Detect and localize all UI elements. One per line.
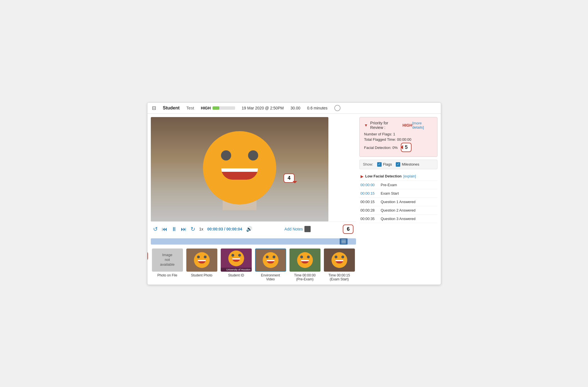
event-desc-q2: Question 2 Answered bbox=[381, 208, 416, 212]
show-filters: Show: ✓ Flags ✓ Milestones bbox=[359, 160, 437, 169]
emoji-mouth bbox=[221, 168, 258, 180]
progress-bar[interactable] bbox=[151, 238, 356, 245]
volume-icon[interactable]: 🔊 bbox=[246, 226, 252, 232]
priority-header-left: ▼ Priority for Review : HIGH bbox=[364, 121, 412, 130]
events-list: ▶ Low Facial Detection [explain] 00:00:0… bbox=[359, 172, 437, 223]
event-low-facial-detection: ▶ Low Facial Detection [explain] bbox=[359, 172, 437, 181]
thumbnail-environment-video[interactable]: EnvironmentVideo bbox=[255, 249, 286, 281]
more-details-link[interactable]: [more details] bbox=[412, 121, 433, 129]
flags-count: Number of Flags: 1 bbox=[364, 132, 433, 136]
event-time-pre-exam[interactable]: 00:00:00 bbox=[361, 183, 378, 187]
mini-emoji-student bbox=[194, 252, 210, 268]
pause-icon[interactable]: ⏸ bbox=[171, 226, 177, 232]
emoji-overlay bbox=[203, 131, 276, 205]
thumbnail-photo-on-file[interactable]: Imagenotavailable Photo on File bbox=[152, 249, 183, 277]
time-display: 00:00:03 / 00:00:04 bbox=[207, 227, 242, 231]
event-exam-start: 00:00:15 Exam Start bbox=[359, 189, 437, 198]
thumbnail-img-unavailable: Imagenotavailable bbox=[152, 249, 183, 272]
video-section: 4 ↺ ⏮ ⏸ ⏭ ↻ 1x 00:00:03 / 00:00:04 🔊 Add… bbox=[151, 117, 356, 281]
show-label: Show: bbox=[363, 162, 373, 166]
content-area: 4 ↺ ⏮ ⏸ ⏭ ↻ 1x 00:00:03 / 00:00:04 🔊 Add… bbox=[147, 114, 441, 285]
thumbnail-student-id[interactable]: University of Houston Student ID bbox=[221, 249, 252, 277]
thumbnail-label-time-examstart: Time 00:00:15(Exam Start) bbox=[328, 273, 350, 281]
thumbnail-label-student-id: Student ID bbox=[228, 273, 244, 277]
thumbnail-label-time-preexam: Time 00:00:00(Pre-Exam) bbox=[294, 273, 315, 281]
progress-thumb[interactable] bbox=[340, 238, 348, 245]
event-pre-exam: 00:00:00 Pre-Exam bbox=[359, 181, 437, 189]
flags-checkbox-box: ✓ bbox=[377, 162, 382, 167]
thumbnail-img-student-id: University of Houston bbox=[221, 249, 252, 272]
flags-checkbox[interactable]: ✓ Flags bbox=[377, 162, 392, 167]
thumbnail-time-examstart[interactable]: Time 00:00:15(Exam Start) bbox=[324, 249, 355, 281]
event-q2: 00:00:28 Question 2 Answered bbox=[359, 206, 437, 215]
duration-label: 0.6 minutes bbox=[307, 106, 327, 110]
callout-5: 5 bbox=[401, 143, 412, 152]
main-container: ⊟ Student Test HIGH 19 Mar 2020 @ 2:50PM… bbox=[147, 102, 441, 285]
thumbnails-row: 7 Imagenotavailable Photo on File bbox=[151, 249, 356, 281]
thumbnail-img-environment-video bbox=[255, 249, 286, 272]
event-time-exam-start[interactable]: 00:00:15 bbox=[361, 191, 378, 195]
priority-box: ▼ Priority for Review : HIGH [more detai… bbox=[359, 117, 437, 157]
event-q1: 00:00:15 Question 1 Answered bbox=[359, 198, 437, 206]
student-label: Student bbox=[163, 105, 180, 111]
thumbnail-img-time-examstart bbox=[324, 249, 355, 272]
priority-collapse-icon[interactable]: ▼ bbox=[364, 123, 368, 127]
status-circle bbox=[334, 105, 341, 111]
thumbnail-label-environment-video: EnvironmentVideo bbox=[261, 273, 280, 281]
milestones-checkbox-label: Milestones bbox=[402, 162, 419, 166]
prev-frame-icon[interactable]: ⏮ bbox=[162, 226, 167, 232]
notes-icon bbox=[304, 226, 311, 232]
thumbnail-time-preexam[interactable]: Time 00:00:00(Pre-Exam) bbox=[289, 249, 320, 281]
mini-emoji-env bbox=[263, 252, 278, 268]
milestones-checkbox-box: ✓ bbox=[396, 162, 400, 167]
event-desc-q3: Question 3 Answered bbox=[381, 217, 416, 221]
event-desc-exam-start: Exam Start bbox=[381, 191, 399, 195]
event-time-q3: 00:00:35 bbox=[361, 217, 378, 221]
mini-emoji-id bbox=[228, 250, 244, 266]
emoji-eye-right bbox=[248, 150, 258, 160]
forward-icon[interactable]: ↻ bbox=[191, 226, 195, 232]
priority-bar bbox=[213, 106, 235, 110]
score-label: 30.00 bbox=[290, 106, 300, 110]
priority-for-review-label: Priority for Review : bbox=[370, 121, 400, 130]
thumbnail-img-student-photo bbox=[186, 249, 217, 272]
test-label: Test bbox=[186, 105, 194, 110]
event-q3: 00:00:35 Question 3 Answered bbox=[359, 215, 437, 223]
milestones-check-icon: ✓ bbox=[397, 162, 399, 166]
collapse-icon[interactable]: ⊟ bbox=[152, 105, 156, 111]
callout-4: 4 bbox=[284, 173, 294, 183]
video-player[interactable]: 4 bbox=[151, 117, 328, 221]
milestones-checkbox[interactable]: ✓ Milestones bbox=[396, 162, 419, 167]
speed-label[interactable]: 1x bbox=[199, 227, 204, 231]
right-panel: ▼ Priority for Review : HIGH [more detai… bbox=[359, 117, 437, 281]
event-time-q2: 00:00:28 bbox=[361, 208, 378, 212]
priority-header: ▼ Priority for Review : HIGH [more detai… bbox=[364, 121, 433, 130]
explain-link-lfd[interactable]: [explain] bbox=[403, 174, 416, 178]
event-desc-pre-exam: Pre-Exam bbox=[381, 183, 397, 187]
flags-checkbox-label: Flags bbox=[383, 162, 392, 166]
thumbnail-label-student-photo: Student Photo bbox=[191, 273, 212, 277]
thumbnail-label-photo-on-file: Photo on File bbox=[157, 273, 177, 277]
emoji-eyes bbox=[221, 150, 258, 160]
thumbnail-student-photo[interactable]: Student Photo bbox=[186, 249, 217, 277]
priority-label: HIGH bbox=[201, 106, 211, 110]
top-bar: ⊟ Student Test HIGH 19 Mar 2020 @ 2:50PM… bbox=[147, 103, 441, 114]
priority-value-label: HIGH bbox=[403, 123, 412, 127]
thumbnail-img-time-preexam bbox=[289, 249, 320, 272]
priority-bar-fill bbox=[213, 106, 219, 110]
rewind-icon[interactable]: ↺ bbox=[153, 226, 158, 232]
mini-emoji-examstart bbox=[331, 252, 347, 268]
flags-check-icon: ✓ bbox=[378, 162, 381, 166]
add-notes-button[interactable]: Add Notes bbox=[284, 226, 311, 232]
callout-6: 6 bbox=[343, 225, 353, 234]
next-frame-icon[interactable]: ⏭ bbox=[181, 226, 187, 232]
emoji-eye-left bbox=[221, 150, 231, 160]
facial-detection: Facial Detection: 0% 5 bbox=[364, 143, 433, 152]
priority-bar-section: HIGH bbox=[201, 106, 235, 110]
callout-7: 7 bbox=[147, 251, 148, 261]
flag-text-lfd: Low Facial Detection bbox=[365, 174, 402, 178]
event-time-q1: 00:00:15 bbox=[361, 200, 378, 204]
event-desc-q1: Question 1 Answered bbox=[381, 200, 416, 204]
video-controls: ↺ ⏮ ⏸ ⏭ ↻ 1x 00:00:03 / 00:00:04 🔊 Add N… bbox=[151, 221, 356, 237]
flag-icon-lfd: ▶ bbox=[361, 174, 364, 179]
